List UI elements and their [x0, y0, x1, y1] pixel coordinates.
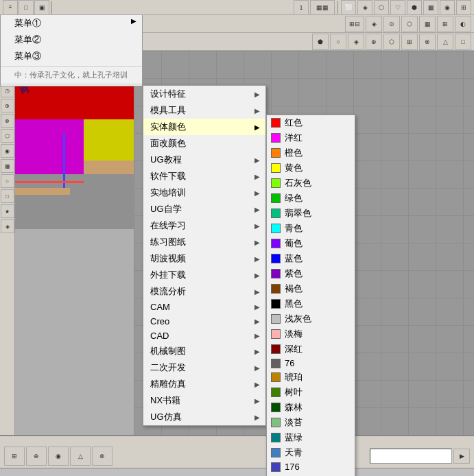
menu-design-feature[interactable]: 设计特征 ▶: [143, 86, 265, 102]
bottom-arrow-btn[interactable]: ▶: [453, 449, 470, 464]
tb-icon-d[interactable]: ⬡: [374, 0, 389, 15]
color-item-10[interactable]: 紫色: [267, 266, 355, 281]
menu-ug-tutorial[interactable]: UG教程 ▶: [143, 152, 265, 168]
color-item-8[interactable]: 葡色: [267, 236, 355, 251]
tb-icon-g[interactable]: ▩: [423, 0, 438, 15]
bottom-tb-1[interactable]: ⊞: [4, 447, 25, 466]
tb2-r1[interactable]: ⊞⊟: [345, 16, 364, 32]
menu-cad[interactable]: CAD ▶: [143, 329, 265, 343]
menu-nx-books[interactable]: NX书籍 ▶: [143, 392, 265, 409]
ltb-11[interactable]: ★: [1, 204, 14, 218]
tb2-r6[interactable]: ⊞: [437, 16, 453, 32]
tb-icon-b[interactable]: ⬜: [341, 0, 356, 15]
color-item-21[interactable]: 蓝绿: [267, 430, 355, 445]
tb2-r3[interactable]: ⊙: [383, 16, 400, 32]
color-item-7[interactable]: 青色: [267, 221, 355, 236]
menu-cam[interactable]: CAM ▶: [143, 300, 265, 314]
bottom-tb-5[interactable]: ⊗: [92, 447, 112, 466]
color-item-20[interactable]: 淡苔: [267, 415, 355, 430]
color-item-9[interactable]: 蓝色: [267, 251, 355, 266]
menu-flow-analysis[interactable]: 模流分析 ▶: [143, 283, 265, 300]
menu-precision-sim[interactable]: 精雕仿真 ▶: [143, 376, 265, 392]
menu-practice-drawing[interactable]: 练习图纸 ▶: [143, 234, 265, 250]
tb-icon-f[interactable]: ⬢: [407, 0, 422, 15]
color-label-5: 绿色: [285, 192, 303, 204]
menu-online-learning[interactable]: 在线学习 ▶: [143, 217, 265, 234]
color-item-3[interactable]: 黄色: [267, 160, 355, 176]
arrow-plugin: ▶: [254, 272, 260, 279]
ltb-5[interactable]: ⊗: [1, 114, 14, 128]
color-item-17[interactable]: 琥珀: [267, 370, 355, 385]
color-item-0[interactable]: 红色: [267, 115, 355, 130]
ltb-10[interactable]: □: [1, 189, 14, 203]
toolbar-icon-3[interactable]: ▣: [34, 0, 49, 15]
tb-icon-e[interactable]: ♡: [390, 0, 405, 15]
tb3-r5[interactable]: ⬡: [383, 34, 400, 50]
tb2-r7[interactable]: ◐: [455, 16, 471, 32]
menu-item-menu3[interactable]: 菜单③: [1, 48, 142, 64]
menu-mechanical-drawing[interactable]: 机械制图 ▶: [143, 343, 265, 359]
menu-solid-color[interactable]: 实体颜色 ▶: [143, 119, 265, 135]
menu-creo[interactable]: Creo ▶: [143, 314, 265, 329]
bottom-input[interactable]: [370, 449, 452, 464]
menu-mold-tools[interactable]: 模具工具 ▶: [143, 102, 265, 119]
tb-icon-i[interactable]: ⊞: [456, 0, 471, 15]
menu-item-menu1[interactable]: 菜单① ▶: [1, 15, 142, 32]
color-item-2[interactable]: 橙色: [267, 145, 355, 160]
color-item-14[interactable]: 淡梅: [267, 326, 355, 342]
tb2-r5[interactable]: ▦: [419, 16, 436, 32]
tb-icon-h[interactable]: ◉: [440, 0, 455, 15]
color-item-12[interactable]: 黑色: [267, 296, 355, 311]
tb3-r7[interactable]: ⊗: [419, 34, 436, 50]
tb-select[interactable]: 1: [294, 0, 309, 15]
tb2-r2[interactable]: ◈: [366, 16, 382, 32]
ltb-8[interactable]: ▦: [1, 159, 14, 173]
color-item-4[interactable]: 石灰色: [267, 176, 355, 191]
color-item-5[interactable]: 绿色: [267, 191, 355, 206]
color-item-24[interactable]: 浅紫: [267, 473, 355, 476]
menu-secondary-dev[interactable]: 二次开发 ▶: [143, 359, 265, 376]
menu-item-promo[interactable]: 中：传承孔子文化，就上孔子培训: [1, 68, 142, 82]
arrow-flow: ▶: [254, 288, 260, 296]
menu-item-menu2[interactable]: 菜单②: [1, 32, 142, 48]
tb2-r4[interactable]: ⬡: [401, 16, 418, 32]
tb-icon-c[interactable]: ◈: [357, 0, 372, 15]
menu-software-download[interactable]: 软件下载 ▶: [143, 168, 265, 185]
menu-ug-sim[interactable]: UG仿真 ▶: [143, 409, 265, 425]
color-item-1[interactable]: 洋红: [267, 130, 355, 145]
menu-training[interactable]: 实地培训 ▶: [143, 185, 265, 201]
color-item-22[interactable]: 天青: [267, 445, 355, 460]
ltb-4[interactable]: ⊕: [1, 99, 14, 112]
color-item-15[interactable]: 深红: [267, 342, 355, 357]
tb3-r3[interactable]: ◈: [348, 34, 364, 50]
toolbar-icon-2[interactable]: □: [19, 0, 34, 15]
menu-ug-self-study[interactable]: UG自学 ▶: [143, 201, 265, 217]
tb3-r2[interactable]: ○: [330, 34, 346, 50]
color-item-23[interactable]: 176: [267, 460, 355, 473]
color-item-6[interactable]: 翡翠色: [267, 206, 355, 221]
menu-hubo-video[interactable]: 胡波视频 ▶: [143, 250, 265, 267]
color-item-16[interactable]: 76: [267, 357, 355, 370]
ltb-7[interactable]: ◉: [1, 144, 14, 158]
menu-face-color[interactable]: 面改颜色: [143, 135, 265, 152]
color-item-13[interactable]: 浅灰色: [267, 311, 355, 326]
gray-block2: [15, 229, 134, 435]
color-label-8: 葡色: [285, 237, 303, 250]
tb3-r4[interactable]: ⊕: [366, 34, 382, 50]
toolbar-icon-1[interactable]: ≡: [3, 0, 18, 15]
tb3-r8[interactable]: △: [437, 34, 453, 50]
bottom-tb-3[interactable]: ◉: [48, 447, 69, 466]
color-item-18[interactable]: 树叶: [267, 385, 355, 400]
menu-plugin-download[interactable]: 外挂下载 ▶: [143, 267, 265, 283]
ltb-12[interactable]: ◈: [1, 219, 14, 233]
ltb-9[interactable]: ○: [1, 174, 14, 188]
ltb-6[interactable]: ⬡: [1, 129, 14, 143]
bottom-tb-2[interactable]: ⊕: [26, 447, 47, 466]
tb3-r6[interactable]: ⊞: [401, 34, 418, 50]
tb3-r9[interactable]: □: [455, 34, 471, 50]
tb-icon-a[interactable]: ▦▦: [310, 0, 335, 15]
color-item-11[interactable]: 褐色: [267, 281, 355, 296]
tb3-r1[interactable]: ⬟: [312, 34, 329, 50]
bottom-tb-4[interactable]: △: [70, 447, 91, 466]
color-item-19[interactable]: 森林: [267, 400, 355, 415]
